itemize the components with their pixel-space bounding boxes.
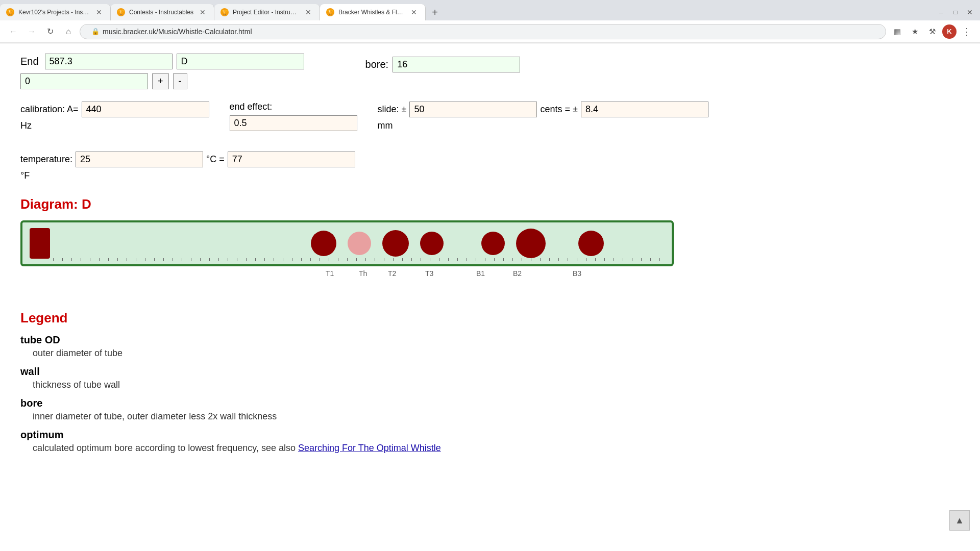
svg-rect-5: [99, 258, 100, 261]
legend-tube-od-desc: outer diameter of tube: [33, 348, 960, 359]
svg-rect-59: [595, 258, 596, 261]
cents-input[interactable]: [581, 102, 708, 117]
svg-rect-27: [301, 258, 302, 261]
tab-close-kevr102[interactable]: ✕: [94, 7, 104, 17]
searching-link[interactable]: Searching For The Optimal Whistle: [298, 443, 441, 453]
temperature-c-unit: °C =: [206, 154, 225, 165]
nav-right-controls: ▦ ★ ⚒ K ⋮: [890, 24, 974, 39]
svg-rect-44: [457, 258, 458, 261]
new-tab-button[interactable]: +: [426, 4, 444, 20]
tab-icon-bracker: 🏆: [326, 8, 334, 16]
calibration-group: calibration: A= Hz: [20, 102, 209, 131]
legend-tube-od-term: tube OD: [20, 334, 960, 346]
end-label: End: [20, 56, 39, 67]
label-th: Th: [359, 269, 367, 278]
svg-rect-15: [191, 258, 191, 261]
extensions-button[interactable]: ⚒: [925, 24, 939, 39]
svg-rect-14: [182, 258, 182, 261]
back-button[interactable]: ←: [6, 24, 20, 39]
svg-rect-25: [283, 258, 283, 261]
address-bar[interactable]: 🔒 music.bracker.uk/Music/Whistle-Calcula…: [80, 24, 886, 39]
window-max-btn[interactable]: □: [949, 6, 962, 18]
tab-close-contests[interactable]: ✕: [198, 7, 208, 17]
svg-rect-45: [467, 258, 467, 261]
tab-bracker[interactable]: 🏆 Bracker Whistles & Flutes - Whi... ✕: [320, 4, 426, 20]
svg-rect-39: [411, 258, 412, 261]
svg-rect-54: [549, 258, 550, 261]
browser-chrome: 🏆 Kevr102's Projects - Instructables ✕ 🏆…: [0, 0, 980, 43]
svg-rect-34: [365, 258, 366, 261]
slide-input[interactable]: [409, 102, 537, 117]
svg-rect-17: [209, 258, 210, 261]
window-min-btn[interactable]: –: [935, 6, 947, 18]
address-text: music.bracker.uk/Music/Whistle-Calculato…: [103, 28, 252, 36]
end-value-input[interactable]: [45, 54, 173, 69]
tab-bar: 🏆 Kevr102's Projects - Instructables ✕ 🏆…: [0, 0, 980, 20]
bore-value-input[interactable]: [393, 57, 520, 72]
plus-button[interactable]: +: [152, 73, 169, 89]
legend-bore-desc: inner diameter of tube, outer diameter l…: [33, 411, 960, 422]
home-button[interactable]: ⌂: [61, 24, 76, 39]
end-effect-input[interactable]: [230, 115, 357, 131]
svg-rect-61: [614, 258, 614, 261]
calibration-input[interactable]: [82, 102, 209, 117]
svg-rect-12: [163, 258, 164, 261]
svg-rect-6: [108, 258, 109, 261]
temperature-c-input[interactable]: [76, 152, 203, 167]
profile-button[interactable]: K: [942, 24, 957, 39]
svg-rect-24: [274, 258, 274, 261]
slide-group: slide: ± cents = ± mm: [378, 102, 708, 131]
svg-rect-42: [439, 258, 439, 261]
svg-rect-58: [586, 258, 586, 261]
tab-label-bracker: Bracker Whistles & Flutes - Whi...: [338, 9, 405, 16]
svg-rect-4: [90, 258, 90, 261]
calibration-unit: Hz: [20, 120, 32, 131]
svg-rect-19: [228, 258, 228, 261]
mouthpiece: [30, 228, 50, 259]
svg-rect-46: [476, 258, 476, 261]
svg-rect-56: [568, 258, 568, 261]
svg-rect-13: [173, 258, 173, 261]
minus-button[interactable]: -: [173, 73, 187, 89]
svg-rect-50: [512, 258, 513, 261]
cast-button[interactable]: ▦: [890, 24, 904, 39]
end-offset-input[interactable]: [20, 73, 148, 89]
hole-b1: [481, 232, 505, 255]
legend-bore-term: bore: [20, 397, 960, 409]
slide-unit: mm: [378, 120, 393, 131]
svg-rect-33: [356, 258, 357, 261]
tab-close-project-editor[interactable]: ✕: [303, 7, 313, 17]
end-effect-group: end effect:: [230, 102, 357, 131]
tab-close-bracker[interactable]: ✕: [409, 7, 419, 17]
label-b1: B1: [476, 269, 485, 278]
svg-rect-30: [329, 258, 329, 261]
temperature-group: temperature: °C = °F: [20, 152, 355, 181]
hole-b3: [578, 231, 604, 256]
label-b2: B2: [513, 269, 522, 278]
svg-rect-0: [53, 258, 54, 261]
legend-wall-desc: thickness of tube wall: [33, 380, 960, 390]
temperature-f-input[interactable]: [228, 152, 355, 167]
svg-rect-1: [62, 258, 63, 261]
hole-t1: [311, 231, 336, 256]
refresh-button[interactable]: ↻: [43, 24, 57, 39]
svg-rect-64: [641, 258, 642, 261]
svg-rect-28: [310, 258, 311, 261]
label-t3: T3: [425, 269, 433, 278]
end-note-input[interactable]: [177, 54, 304, 69]
svg-rect-48: [494, 258, 495, 261]
window-close-btn[interactable]: ✕: [964, 6, 976, 18]
svg-rect-63: [632, 258, 632, 261]
tab-contests[interactable]: 🏆 Contests - Instructables ✕: [111, 4, 214, 20]
tab-kevr102[interactable]: 🏆 Kevr102's Projects - Instructables ✕: [0, 4, 111, 20]
legend-optimum-term: optimum: [20, 429, 960, 441]
hole-labels: T1 Th T2 T3 B1 B2 B3: [20, 269, 674, 285]
tab-project-editor[interactable]: 🏆 Project Editor - Instructables ✕: [214, 4, 320, 20]
svg-rect-31: [338, 258, 338, 261]
menu-button[interactable]: ⋮: [960, 24, 974, 39]
forward-button[interactable]: →: [24, 24, 39, 39]
nav-bar: ← → ↻ ⌂ 🔒 music.bracker.uk/Music/Whistle…: [0, 20, 980, 43]
bookmark-button[interactable]: ★: [908, 24, 922, 39]
svg-rect-52: [531, 258, 531, 261]
temperature-label: temperature:: [20, 154, 72, 165]
